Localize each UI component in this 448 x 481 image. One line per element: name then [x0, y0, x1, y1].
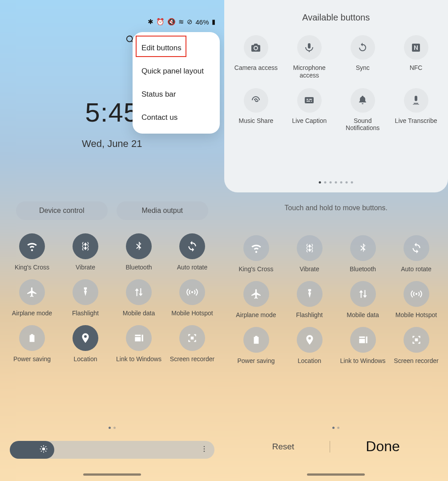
home-indicator[interactable] [83, 473, 141, 476]
data-icon [350, 281, 376, 307]
power-icon [19, 325, 45, 351]
qs-tile-power[interactable]: Power saving [5, 325, 59, 363]
qs-tile-label: King's Cross [15, 264, 49, 271]
qs-tile-label: Link to Windows [340, 357, 386, 365]
qs-tile-win[interactable]: Link to Windows [336, 327, 390, 365]
available-tile-label: Sound Notifications [339, 117, 387, 132]
hotspot-icon [404, 281, 429, 307]
qs-tile-win[interactable]: Link to Windows [112, 325, 165, 363]
sync-icon [351, 35, 375, 60]
qs-tile-data[interactable]: Mobile data [336, 281, 390, 319]
available-tile-mic[interactable]: Microphone access [283, 35, 336, 79]
card-page-indicator [319, 181, 353, 183]
done-button[interactable]: Done [366, 438, 400, 455]
device-control-pill[interactable]: Device control [16, 201, 108, 220]
flash-icon [73, 279, 98, 305]
dnd-status-icon: ⊘ [187, 18, 193, 26]
battery-percent: 46% [195, 18, 209, 26]
available-tile-nfc[interactable]: NFC [389, 35, 443, 79]
menu-quick-panel-layout[interactable]: Quick panel layout [133, 60, 220, 83]
qs-tile-hotspot[interactable]: Mobile Hotspot [165, 279, 219, 317]
brightness-more-icon[interactable] [200, 445, 208, 455]
brightness-icon [39, 444, 48, 455]
reset-button[interactable]: Reset [272, 442, 295, 452]
qs-tile-rec[interactable]: Screen recorder [165, 325, 219, 363]
qs-tile-vibrate[interactable]: Vibrate [59, 233, 112, 271]
music-icon [244, 88, 268, 113]
available-tile-label: Music Share [239, 117, 274, 125]
qs-tile-label: Link to Windows [116, 355, 161, 363]
media-output-label: Media output [141, 207, 183, 215]
plane-icon [19, 279, 45, 305]
brightness-slider[interactable] [10, 441, 214, 459]
available-tile-bell[interactable]: Sound Notifications [336, 88, 389, 132]
qs-tile-vibrate[interactable]: Vibrate [283, 235, 336, 273]
vibrate-icon [73, 233, 98, 259]
qs-tile-power[interactable]: Power saving [230, 327, 283, 365]
qs-tile-plane[interactable]: Airplane mode [230, 281, 283, 319]
win-icon [350, 327, 376, 353]
available-tile-music[interactable]: Music Share [230, 88, 283, 132]
qs-tile-flash[interactable]: Flashlight [59, 279, 112, 317]
home-indicator[interactable] [307, 473, 365, 476]
qs-tile-bt[interactable]: Bluetooth [112, 233, 165, 271]
mic-icon [297, 35, 322, 60]
wifi-icon [19, 233, 45, 259]
qs-tile-label: Location [74, 355, 97, 363]
qs-tile-rotate[interactable]: Auto rotate [390, 235, 443, 273]
loc-icon [73, 325, 98, 351]
qs-tile-label: Mobile data [123, 310, 155, 317]
qs-tile-label: Location [298, 357, 321, 365]
qs-tile-plane[interactable]: Airplane mode [5, 279, 59, 317]
qs-tile-hotspot[interactable]: Mobile Hotspot [390, 281, 443, 319]
qs-tile-wifi[interactable]: King's Cross [230, 235, 283, 273]
highlight-annotation [136, 36, 186, 57]
available-tile-label: Live Caption [292, 117, 327, 125]
qs-tile-label: Vibrate [76, 264, 95, 271]
menu-contact-us[interactable]: Contact us [133, 106, 220, 129]
available-tile-sync[interactable]: Sync [336, 35, 389, 79]
available-tile-label: Sync [356, 64, 370, 72]
page-indicator [109, 427, 116, 429]
instruction-text: Touch and hold to move buttons. [285, 204, 387, 212]
available-tile-transcribe[interactable]: Live Transcribe [389, 88, 443, 132]
media-output-pill[interactable]: Media output [117, 201, 208, 220]
bluetooth-status-icon: ✱ [148, 18, 153, 26]
available-tile-caption[interactable]: Live Caption [283, 88, 336, 132]
qs-tile-label: Flashlight [296, 311, 323, 319]
mute-status-icon: 🔇 [167, 18, 176, 26]
qs-tile-label: Auto rotate [401, 265, 432, 273]
qs-tile-wifi[interactable]: King's Cross [5, 233, 59, 271]
device-control-label: Device control [39, 207, 84, 215]
qs-tile-label: Flashlight [72, 310, 99, 317]
hotspot-icon [179, 279, 205, 305]
qs-tile-rotate[interactable]: Auto rotate [165, 233, 219, 271]
power-icon [243, 327, 269, 353]
qs-tile-loc[interactable]: Location [59, 325, 112, 363]
available-tile-label: Camera access [234, 64, 278, 72]
available-tile-camera[interactable]: Camera access [230, 35, 283, 79]
clock-date: Wed, June 21 [82, 138, 142, 150]
transcribe-icon [404, 88, 428, 113]
available-buttons-card: Available buttons Camera accessMicrophon… [224, 0, 448, 192]
quick-settings-grid: King's CrossVibrateBluetoothAuto rotateA… [5, 233, 219, 363]
camera-icon [244, 35, 268, 60]
bt-icon [126, 233, 152, 259]
qs-tile-rec[interactable]: Screen recorder [390, 327, 443, 365]
status-bar: ✱ ⏰ 🔇 ≋ ⊘ 46% ▮ [148, 18, 215, 26]
clock-time: 5:45 [85, 97, 139, 128]
quick-settings-grid-edit: King's CrossVibrateBluetoothAuto rotateA… [230, 235, 443, 364]
loc-icon [297, 327, 323, 353]
qs-tile-label: Bluetooth [350, 265, 376, 273]
qs-tile-label: Power saving [13, 355, 51, 363]
qs-tile-label: Mobile Hotspot [396, 311, 437, 319]
qs-tile-data[interactable]: Mobile data [112, 279, 165, 317]
qs-tile-loc[interactable]: Location [283, 327, 336, 365]
qs-tile-flash[interactable]: Flashlight [283, 281, 336, 319]
qs-tile-label: Airplane mode [12, 310, 52, 317]
qs-tile-bt[interactable]: Bluetooth [336, 235, 390, 273]
bt-icon [350, 235, 376, 261]
qs-tile-label: Mobile data [347, 311, 379, 319]
menu-status-bar[interactable]: Status bar [133, 83, 220, 106]
caption-icon [297, 88, 322, 113]
